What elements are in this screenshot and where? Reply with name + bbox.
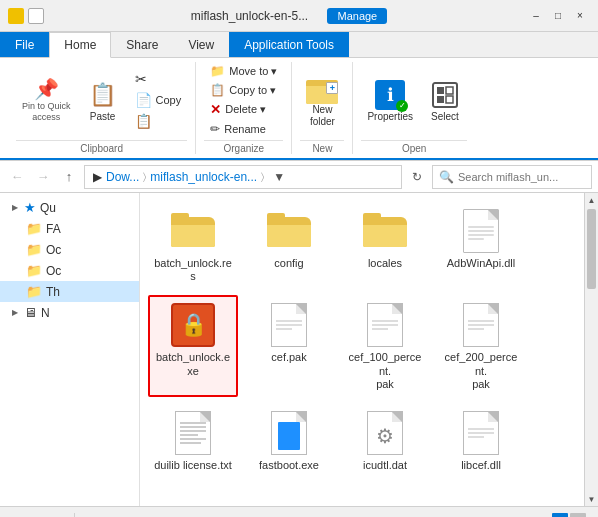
refresh-button[interactable]: ↻ bbox=[406, 166, 428, 188]
file-name-locales: locales bbox=[368, 257, 402, 270]
sidebar-item-fa[interactable]: 📁 FA bbox=[0, 218, 139, 239]
scroll-thumb[interactable] bbox=[587, 209, 596, 289]
dll-icon-libcef bbox=[457, 409, 505, 457]
minimize-button[interactable]: – bbox=[526, 6, 546, 26]
file-item-cef-pak[interactable]: cef.pak bbox=[244, 295, 334, 397]
title-controls: – □ × bbox=[526, 6, 590, 26]
close-button[interactable]: × bbox=[570, 6, 590, 26]
copy-label: Copy bbox=[156, 94, 182, 106]
clipboard-items: 📌 Pin to Quickaccess 📋 Paste ✂ 📄 Copy bbox=[16, 62, 187, 138]
file-name-cef-pak: cef.pak bbox=[271, 351, 306, 364]
tab-share[interactable]: Share bbox=[111, 32, 173, 57]
tab-view[interactable]: View bbox=[173, 32, 229, 57]
manage-tab[interactable]: Manage bbox=[327, 8, 387, 24]
tab-home[interactable]: Home bbox=[49, 32, 111, 58]
addr-chevron: ▶ bbox=[93, 170, 102, 184]
file-name-adbwinapi: AdbWinApi.dll bbox=[447, 257, 515, 270]
gear-icon: ⚙ bbox=[376, 424, 394, 448]
open-label: Open bbox=[361, 140, 467, 154]
copy-to-button[interactable]: 📋 Copy to ▾ bbox=[204, 81, 283, 99]
view-toggle bbox=[552, 513, 586, 518]
file-item-batch-exe[interactable]: 🔒 batch_unlock.exe bbox=[148, 295, 238, 397]
file-item-cef100[interactable]: cef_100_percent.pak bbox=[340, 295, 430, 397]
select-button[interactable]: Select bbox=[423, 76, 467, 125]
select-icon bbox=[429, 79, 461, 111]
file-item-locales[interactable]: locales bbox=[340, 201, 430, 289]
new-folder-button[interactable]: + Newfolder bbox=[300, 69, 344, 131]
pin-icon: 📌 bbox=[34, 77, 59, 101]
pin-to-quick-access-button[interactable]: 📌 Pin to Quickaccess bbox=[16, 74, 77, 126]
up-button[interactable]: ↑ bbox=[58, 166, 80, 188]
file-item-config[interactable]: config bbox=[244, 201, 334, 289]
move-to-button[interactable]: 📁 Move to ▾ bbox=[204, 62, 283, 80]
delete-button[interactable]: ✕ Delete ▾ bbox=[204, 100, 283, 119]
rename-icon: ✏ bbox=[210, 122, 220, 136]
scroll-up-button[interactable]: ▲ bbox=[585, 193, 598, 207]
txt-icon-duilib bbox=[169, 409, 217, 457]
addr-sep-2: 〉 bbox=[261, 171, 264, 183]
pak-icon-cef bbox=[265, 301, 313, 349]
new-folder-icon: + bbox=[306, 72, 338, 104]
ribbon-content: 📌 Pin to Quickaccess 📋 Paste ✂ 📄 Copy bbox=[0, 58, 598, 160]
status-bar: 19 items 1 item selected 1.24 MB bbox=[0, 506, 598, 517]
file-name-config: config bbox=[274, 257, 303, 270]
forward-button[interactable]: → bbox=[32, 166, 54, 188]
move-to-icon: 📁 bbox=[210, 64, 225, 78]
sidebar-item-oc1[interactable]: 📁 Oc bbox=[0, 239, 139, 260]
file-grid: batch_unlock.res config lo bbox=[140, 193, 584, 506]
sidebar-folder-icon-th: 📁 bbox=[26, 284, 42, 299]
rename-label: Rename bbox=[224, 123, 266, 135]
addr-part-down[interactable]: Dow... bbox=[106, 170, 139, 184]
scroll-track bbox=[585, 207, 598, 492]
rename-button[interactable]: ✏ Rename bbox=[204, 120, 283, 138]
paste-path-icon: 📋 bbox=[135, 113, 152, 129]
address-bar: ← → ↑ ▶ Dow... 〉 miflash_unlock-en... 〉 … bbox=[0, 161, 598, 193]
scroll-down-button[interactable]: ▼ bbox=[585, 492, 598, 506]
search-box[interactable]: 🔍 bbox=[432, 165, 592, 189]
properties-button[interactable]: ℹ ✓ Properties bbox=[361, 76, 419, 125]
dll-icon-adbwinapi bbox=[457, 207, 505, 255]
copy-button[interactable]: 📄 Copy bbox=[129, 90, 188, 110]
grid-view-button[interactable] bbox=[552, 513, 568, 518]
paste-icon: 📋 bbox=[87, 79, 119, 111]
file-item-adbwinapi[interactable]: AdbWinApi.dll bbox=[436, 201, 526, 289]
tab-apptools[interactable]: Application Tools bbox=[229, 32, 349, 57]
dat-icon-icudtl: ⚙ bbox=[361, 409, 409, 457]
addr-sep-1: 〉 bbox=[143, 171, 146, 183]
svg-rect-4 bbox=[446, 96, 453, 103]
sidebar-item-th[interactable]: 📁 Th bbox=[0, 281, 139, 302]
file-item-batch-res[interactable]: batch_unlock.res bbox=[148, 201, 238, 289]
sidebar-oc1-label: Oc bbox=[46, 243, 61, 257]
file-name-batch-res: batch_unlock.res bbox=[154, 257, 232, 283]
address-path[interactable]: ▶ Dow... 〉 miflash_unlock-en... 〉 ▼ bbox=[84, 165, 402, 189]
sidebar: ▶ ★ Qu 📁 FA 📁 Oc 📁 Oc 📁 Th ▶ 🖥 N bbox=[0, 193, 140, 506]
ribbon-group-organize: 📁 Move to ▾ 📋 Copy to ▾ ✕ Delete ▾ ✏ Ren… bbox=[196, 62, 292, 154]
sidebar-folder-icon-ne: 🖥 bbox=[24, 305, 37, 320]
move-to-label: Move to ▾ bbox=[229, 65, 277, 78]
app-icon-white bbox=[28, 8, 44, 24]
file-item-icudtl[interactable]: ⚙ icudtl.dat bbox=[340, 403, 430, 478]
maximize-button[interactable]: □ bbox=[548, 6, 568, 26]
file-item-fastboot[interactable]: fastboot.exe bbox=[244, 403, 334, 478]
scrollbar[interactable]: ▲ ▼ bbox=[584, 193, 598, 506]
title-bar: miflash_unlock-en-5... Manage – □ × bbox=[0, 0, 598, 32]
sidebar-item-quick[interactable]: ▶ ★ Qu bbox=[0, 197, 139, 218]
search-input[interactable] bbox=[458, 171, 578, 183]
addr-part-miflash[interactable]: miflash_unlock-en... bbox=[150, 170, 257, 184]
file-item-cef200[interactable]: cef_200_percent.pak bbox=[436, 295, 526, 397]
folder-icon-locales bbox=[361, 207, 409, 255]
svg-rect-2 bbox=[437, 96, 444, 103]
refresh-dropdown-button[interactable]: ▼ bbox=[268, 166, 290, 188]
file-name-duilib: duilib license.txt bbox=[154, 459, 232, 472]
file-item-libcef[interactable]: libcef.dll bbox=[436, 403, 526, 478]
cut-button[interactable]: ✂ bbox=[129, 69, 188, 89]
back-button[interactable]: ← bbox=[6, 166, 28, 188]
file-item-duilib[interactable]: duilib license.txt bbox=[148, 403, 238, 478]
sidebar-item-ne[interactable]: ▶ 🖥 N bbox=[0, 302, 139, 323]
sidebar-item-oc2[interactable]: 📁 Oc bbox=[0, 260, 139, 281]
paste-button[interactable]: 📋 Paste bbox=[81, 76, 125, 125]
list-view-button[interactable] bbox=[570, 513, 586, 518]
paste-path-button[interactable]: 📋 bbox=[129, 111, 188, 131]
tab-file[interactable]: File bbox=[0, 32, 49, 57]
paste-label: Paste bbox=[90, 111, 116, 122]
